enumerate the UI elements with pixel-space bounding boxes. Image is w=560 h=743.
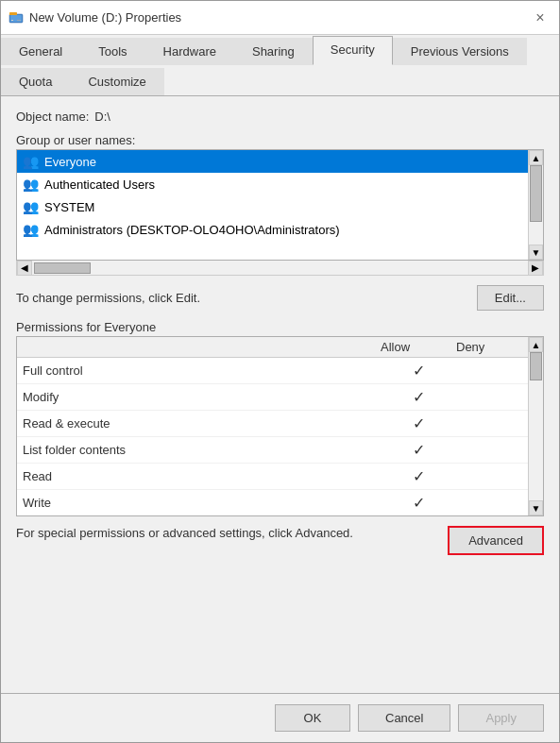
advanced-text: For special permissions or advanced sett…: [16, 526, 438, 540]
perm-row-list-folder: List folder contents ✓: [17, 437, 543, 464]
permissions-list: Full control ✓ Modify ✓ Read & execute ✓: [17, 358, 543, 515]
svg-rect-2: [11, 20, 13, 21]
svg-point-4: [17, 19, 19, 21]
perms-scroll-down[interactable]: ▼: [529, 500, 543, 515]
tab-tools[interactable]: Tools: [80, 38, 144, 65]
perm-allow-modify: ✓: [381, 388, 456, 406]
perm-allow-list-folder: ✓: [381, 441, 456, 459]
title-bar-left: New Volume (D:) Properties: [8, 10, 181, 25]
perm-allow-full: ✓: [381, 362, 456, 380]
group-label-system: SYSTEM: [44, 200, 94, 214]
tab-quota[interactable]: Quota: [1, 68, 70, 95]
hscroll-left-arrow[interactable]: ◀: [17, 261, 32, 276]
permissions-header: Allow Deny: [17, 337, 543, 358]
title-bar: New Volume (D:) Properties ×: [1, 1, 559, 35]
edit-button[interactable]: Edit...: [477, 285, 544, 311]
tab-general[interactable]: General: [1, 38, 80, 65]
close-button[interactable]: ×: [529, 7, 552, 29]
scroll-thumb[interactable]: [530, 165, 542, 222]
perm-name-write: Write: [23, 496, 381, 510]
svg-rect-5: [9, 12, 17, 15]
group-label-everyone: Everyone: [44, 155, 96, 169]
apply-button[interactable]: Apply: [458, 704, 544, 732]
group-label-authenticated: Authenticated Users: [44, 177, 155, 192]
ok-button[interactable]: OK: [275, 704, 350, 732]
perm-row-full-control: Full control ✓: [17, 358, 543, 384]
perms-scroll-up[interactable]: ▲: [529, 337, 543, 352]
perm-allow-write: ✓: [381, 494, 456, 512]
drive-icon: [8, 10, 24, 25]
hscroll-right-arrow[interactable]: ▶: [528, 261, 543, 276]
group-scrollbar[interactable]: ▲ ▼: [528, 150, 543, 260]
change-permissions-text: To change permissions, click Edit.: [16, 291, 200, 305]
group-section: Group or user names: 👥 Everyone 👥 Authen…: [16, 133, 544, 276]
perm-row-write: Write ✓: [17, 490, 543, 515]
properties-window: New Volume (D:) Properties × General Too…: [0, 0, 560, 743]
cancel-button[interactable]: Cancel: [358, 704, 450, 732]
scroll-down-arrow[interactable]: ▼: [529, 245, 543, 260]
group-label-admin: Administrators (DESKTOP-OLO4OHO\Administ…: [44, 223, 340, 237]
horizontal-scrollbar[interactable]: ◀ ▶: [16, 261, 544, 276]
object-name-value: D:\: [94, 110, 110, 124]
hscroll-thumb[interactable]: [34, 262, 91, 274]
group-list-label: Group or user names:: [16, 133, 544, 147]
perms-scroll-track: [529, 380, 543, 500]
group-icon-authenticated: 👥: [23, 177, 39, 192]
group-list-container: 👥 Everyone 👥 Authenticated Users 👥 SYSTE…: [16, 149, 544, 261]
perm-name-full: Full control: [23, 363, 381, 378]
perm-allow-read: ✓: [381, 467, 456, 485]
perm-name-read: Read: [23, 469, 381, 483]
group-item-administrators[interactable]: 👥 Administrators (DESKTOP-OLO4OHO\Admini…: [17, 218, 528, 241]
tab-customize[interactable]: Customize: [70, 68, 163, 95]
perm-row-read: Read ✓: [17, 464, 543, 490]
tab-bar: General Tools Hardware Sharing Security …: [1, 35, 559, 96]
window-title: New Volume (D:) Properties: [29, 10, 181, 25]
security-content: Object name: D:\ Group or user names: 👥 …: [1, 96, 559, 693]
svg-point-3: [19, 19, 21, 21]
group-icon-admin: 👥: [23, 222, 39, 237]
tab-sharing[interactable]: Sharing: [234, 38, 313, 65]
group-item-authenticated-users[interactable]: 👥 Authenticated Users: [17, 173, 528, 195]
group-item-system[interactable]: 👥 SYSTEM: [17, 195, 528, 218]
tab-hardware[interactable]: Hardware: [145, 38, 234, 65]
perm-col-allow: Allow: [381, 340, 456, 354]
perm-row-modify: Modify ✓: [17, 384, 543, 411]
perm-col-deny: Deny: [456, 340, 522, 354]
group-list: 👥 Everyone 👥 Authenticated Users 👥 SYSTE…: [17, 150, 528, 260]
perm-name-modify: Modify: [23, 390, 381, 404]
advanced-row: For special permissions or advanced sett…: [16, 526, 544, 555]
object-name-label: Object name:: [16, 110, 89, 124]
perm-allow-read-execute: ✓: [381, 414, 456, 432]
bottom-bar: OK Cancel Apply: [1, 693, 559, 742]
perm-col-name: [23, 340, 381, 354]
group-item-everyone[interactable]: 👥 Everyone: [17, 150, 528, 173]
permissions-label: Permissions for Everyone: [16, 320, 544, 334]
perm-row-read-execute: Read & execute ✓: [17, 411, 543, 437]
perm-name-read-execute: Read & execute: [23, 416, 381, 431]
tab-security[interactable]: Security: [313, 36, 393, 65]
advanced-button[interactable]: Advanced: [448, 526, 544, 555]
group-icon-system: 👥: [23, 199, 39, 214]
change-permissions-row: To change permissions, click Edit. Edit.…: [16, 285, 544, 311]
group-icon-everyone: 👥: [23, 154, 39, 169]
perm-name-list-folder: List folder contents: [23, 443, 381, 457]
tab-previous-versions[interactable]: Previous Versions: [393, 38, 527, 65]
perms-scroll-thumb[interactable]: [530, 352, 542, 380]
permissions-container: Allow Deny Full control ✓ Modify ✓: [16, 336, 544, 516]
perms-scrollbar[interactable]: ▲ ▼: [528, 337, 543, 515]
object-name-row: Object name: D:\: [16, 110, 544, 124]
scroll-up-arrow[interactable]: ▲: [529, 150, 543, 165]
permissions-section: Permissions for Everyone Allow Deny Full…: [16, 320, 544, 516]
hscroll-track: [32, 261, 528, 275]
